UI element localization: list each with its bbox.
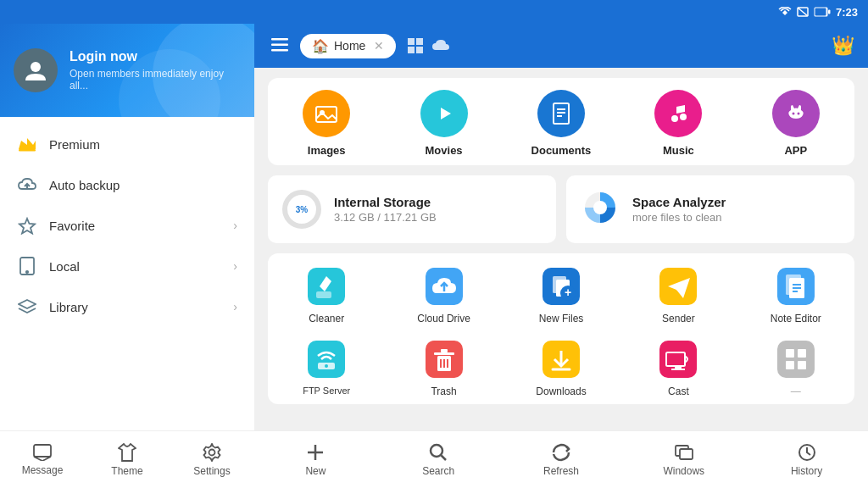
cast-icon xyxy=(657,338,699,380)
movies-label: Movies xyxy=(426,144,463,157)
storage-percent: 3% xyxy=(296,205,308,214)
svg-point-33 xyxy=(797,113,799,115)
home-pill[interactable]: 🏠 Home ✕ xyxy=(300,34,396,58)
status-icons: 7:23 xyxy=(778,6,858,19)
search-button[interactable]: Search xyxy=(377,431,500,488)
shirt-icon xyxy=(118,443,136,462)
tool-noteeditor[interactable]: Note Editor xyxy=(737,265,854,324)
svg-point-15 xyxy=(209,449,215,455)
battery-icon xyxy=(814,7,831,17)
history-label: History xyxy=(791,465,822,477)
login-subtitle: Open members immediately enjoy all... xyxy=(70,68,241,92)
tool-cast[interactable]: Cast xyxy=(620,338,737,397)
sender-label: Sender xyxy=(662,313,695,324)
tool-ftp[interactable]: FTP Server xyxy=(268,338,385,397)
tool-cleaner[interactable]: Cleaner xyxy=(268,265,385,324)
signal-icon xyxy=(797,7,809,17)
svg-point-57 xyxy=(325,364,328,368)
svg-rect-21 xyxy=(408,47,415,53)
windows-button[interactable]: Windows xyxy=(622,431,745,488)
wifi-icon xyxy=(778,7,792,17)
theme-button[interactable]: Theme xyxy=(85,431,170,488)
search-label: Search xyxy=(422,465,454,477)
space-analyzer-card[interactable]: Space Analyzer more files to clean xyxy=(566,175,854,243)
svg-rect-73 xyxy=(798,349,806,358)
category-images[interactable]: Images xyxy=(292,90,360,157)
app-icon-circle xyxy=(772,90,820,137)
music-icon-circle xyxy=(654,90,702,137)
internal-storage-card[interactable]: 3% Internal Storage 3.12 GB / 117.21 GB xyxy=(268,175,556,243)
analyzer-chart xyxy=(580,187,620,231)
trash-icon xyxy=(423,338,465,380)
new-files-icon: + xyxy=(540,265,582,308)
svg-marker-0 xyxy=(782,10,787,15)
sidebar-header[interactable]: Login now Open members immediately enjoy… xyxy=(0,24,254,117)
sidebar-item-autobackup[interactable]: Auto backup xyxy=(0,164,254,205)
status-bar: 7:23 xyxy=(0,0,868,24)
sidebar-item-library[interactable]: Library › xyxy=(0,286,254,327)
tool-appgrid[interactable]: — xyxy=(737,338,854,397)
categories-row: Images Movies Documents xyxy=(268,78,854,165)
refresh-button[interactable]: Refresh xyxy=(500,431,623,488)
grid-view-icon[interactable] xyxy=(408,38,423,53)
status-time: 7:23 xyxy=(836,6,858,19)
svg-rect-67 xyxy=(659,341,697,378)
layers-icon xyxy=(17,297,37,317)
svg-rect-14 xyxy=(34,445,51,457)
ftp-icon xyxy=(305,338,348,380)
category-movies[interactable]: Movies xyxy=(410,90,478,157)
trash-label: Trash xyxy=(431,385,456,397)
favorite-label: Favorite xyxy=(49,219,221,233)
download-label: Downloads xyxy=(536,385,586,397)
history-button[interactable]: History xyxy=(745,431,868,488)
svg-rect-4 xyxy=(828,10,831,14)
svg-line-79 xyxy=(442,455,447,460)
sidebar-item-local[interactable]: Local › xyxy=(0,246,254,286)
new-button[interactable]: New xyxy=(254,431,377,488)
analyzer-subtitle: more files to clean xyxy=(632,211,726,224)
cloud-icon[interactable] xyxy=(431,39,450,53)
storage-info: Internal Storage 3.12 GB / 117.21 GB xyxy=(334,195,437,224)
tool-sender[interactable]: Sender xyxy=(620,265,737,324)
category-documents[interactable]: Documents xyxy=(527,90,595,157)
star-icon xyxy=(17,215,37,236)
clock-icon xyxy=(798,443,816,462)
sidebar-item-favorite[interactable]: Favorite › xyxy=(0,205,254,246)
premium-crown-icon[interactable]: 👑 xyxy=(832,35,854,57)
content-area: 🏠 Home ✕ 👑 Images xyxy=(254,24,868,488)
documents-icon-circle xyxy=(537,90,585,137)
newfiles-label: New Files xyxy=(539,313,584,324)
topbar: 🏠 Home ✕ 👑 xyxy=(254,24,868,68)
appgrid-label: — xyxy=(791,385,801,397)
settings-button[interactable]: Settings xyxy=(170,431,254,488)
library-label: Library xyxy=(49,300,221,314)
category-music[interactable]: Music xyxy=(644,90,712,157)
svg-marker-25 xyxy=(441,108,451,119)
svg-rect-74 xyxy=(786,361,794,369)
sidebar-item-premium[interactable]: Premium xyxy=(0,124,254,164)
cleaner-icon xyxy=(305,265,348,308)
svg-point-32 xyxy=(792,113,794,115)
tool-newfiles[interactable]: + New Files xyxy=(503,265,620,324)
message-button[interactable]: Message xyxy=(0,431,85,488)
tool-clouddrive[interactable]: Cloud Drive xyxy=(385,265,502,324)
home-close-icon[interactable]: ✕ xyxy=(374,39,384,53)
menu-button[interactable] xyxy=(268,33,292,59)
crown-icon xyxy=(17,134,37,154)
storage-title: Internal Storage xyxy=(334,195,437,209)
svg-rect-5 xyxy=(815,8,826,16)
home-label: Home xyxy=(334,39,365,53)
tool-trash[interactable]: Trash xyxy=(385,338,502,397)
category-app[interactable]: APP xyxy=(762,90,830,157)
message-icon xyxy=(33,444,52,461)
tool-download[interactable]: Downloads xyxy=(503,338,620,397)
app-grid-icon xyxy=(775,338,817,380)
content-scroll: Images Movies Documents xyxy=(254,68,868,430)
login-info: Login now Open members immediately enjoy… xyxy=(70,49,241,92)
login-title: Login now xyxy=(70,49,241,64)
svg-point-37 xyxy=(593,201,607,214)
svg-point-78 xyxy=(431,445,442,457)
download-icon xyxy=(540,338,582,380)
topbar-icons xyxy=(408,38,450,53)
tablet-icon xyxy=(17,256,37,276)
